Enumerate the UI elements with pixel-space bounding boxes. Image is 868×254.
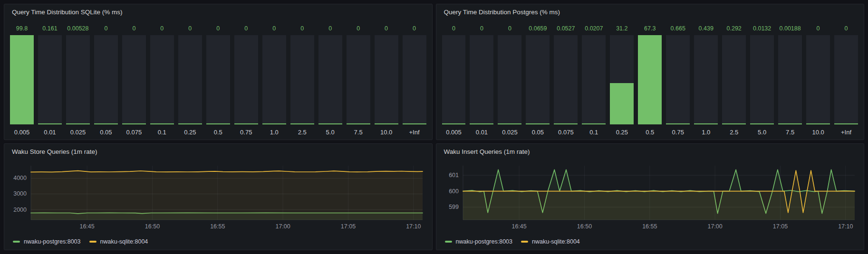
panel-waku-insert-queries: Waku Insert Queries (1m rate) 16:4516:50… <box>436 143 865 250</box>
bar-value-label: 31.2 <box>610 18 634 35</box>
panel-title-query-time-postgres[interactable]: Query Time Distribution Postgres (% ms) <box>444 8 859 17</box>
legend-label: nwaku-postgres:8003 <box>456 238 513 245</box>
bar-track <box>722 35 746 124</box>
bar-value-label: 0 <box>347 18 370 35</box>
histogram-bar-0.01: 00.01 <box>470 18 493 136</box>
series-line-nwaku-sqlite:8004 <box>31 171 423 172</box>
x-tick-label: 17:10 <box>838 223 853 230</box>
histogram-bar-0.5: 67.30.5 <box>638 18 662 136</box>
legend-item-nwaku-sqlite[interactable]: nwaku-sqlite:8004 <box>521 238 580 245</box>
legend-label: nwaku-sqlite:8004 <box>100 238 148 245</box>
bar-value-label: 0 <box>178 18 202 35</box>
series-fill-nwaku-sqlite:8004 <box>31 171 423 220</box>
x-tick-label: 17:00 <box>707 223 722 230</box>
x-tick-label: 16:50 <box>577 223 591 230</box>
bar-category-label: 0.05 <box>526 124 550 136</box>
bar-category-label: 0.075 <box>122 124 146 136</box>
bar-category-label: 5.0 <box>750 124 774 136</box>
bar-value-label: 0 <box>262 18 286 35</box>
panel-title-query-time-sqlite[interactable]: Query Time Distribution SQLite (% ms) <box>12 8 427 17</box>
bar-category-label: 1.0 <box>694 124 718 136</box>
bar-track <box>290 35 314 124</box>
bar-track <box>806 35 830 124</box>
timeseries-plot: 16:4516:5016:5517:0017:0517:102000300040… <box>9 157 424 232</box>
bar-category-label: 0.01 <box>470 124 493 136</box>
histogram-bar-0.25: 31.20.25 <box>610 18 634 136</box>
histogram-postgres: 00.00500.0100.0250.06590.050.05270.0750.… <box>441 18 859 136</box>
bar-fill <box>150 123 174 124</box>
panel-title-waku-store-queries[interactable]: Waku Store Queries (1m rate) <box>12 148 427 156</box>
bar-fill <box>722 123 746 124</box>
legend-item-nwaku-postgres[interactable]: nwaku-postgres:8003 <box>13 238 81 245</box>
histogram-bar-5.0: 0.01325.0 <box>750 18 774 136</box>
histogram-bar-1.0: 01.0 <box>262 18 286 136</box>
panel-query-time-sqlite: Query Time Distribution SQLite (% ms) 99… <box>4 4 433 140</box>
bar-fill <box>526 123 550 124</box>
histogram-bar-2.5: 02.5 <box>290 18 314 136</box>
panel-title-waku-insert-queries[interactable]: Waku Insert Queries (1m rate) <box>444 148 859 156</box>
bar-fill <box>694 123 718 124</box>
bar-category-label: 1.0 <box>262 124 286 136</box>
bar-value-label: 99.8 <box>10 18 34 35</box>
bar-track <box>10 35 34 124</box>
x-tick-label: 16:45 <box>511 223 526 230</box>
histogram-bar-0.75: 00.75 <box>234 18 258 136</box>
bar-category-label: 0.5 <box>206 124 230 136</box>
bar-track <box>122 35 146 124</box>
bar-category-label: 2.5 <box>722 124 746 136</box>
histogram-bar-2.5: 0.2922.5 <box>722 18 746 136</box>
histogram-bar-+Inf: 0+Inf <box>834 18 858 136</box>
x-tick-label: 17:00 <box>275 223 290 230</box>
legend-insert-queries: nwaku-postgres:8003 nwaku-sqlite:8004 <box>441 237 859 246</box>
bar-fill <box>178 123 202 124</box>
legend-item-nwaku-sqlite[interactable]: nwaku-sqlite:8004 <box>89 238 148 245</box>
bar-fill <box>375 123 398 124</box>
legend-swatch-green <box>13 241 20 243</box>
bar-category-label: 2.5 <box>290 124 314 136</box>
bar-value-label: 0.161 <box>38 18 62 35</box>
bar-fill <box>347 123 370 124</box>
histogram-bar-0.005: 00.005 <box>442 18 466 136</box>
bar-fill <box>318 123 342 124</box>
x-tick-label: 17:05 <box>341 223 356 230</box>
bar-track <box>778 35 802 124</box>
y-tick-label: 599 <box>449 204 459 210</box>
bar-fill <box>442 123 466 124</box>
legend-label: nwaku-sqlite:8004 <box>532 238 580 245</box>
bar-category-label: 10.0 <box>375 124 398 136</box>
x-tick-label: 16:50 <box>145 223 160 230</box>
bar-track <box>206 35 230 124</box>
bar-category-label: 0.25 <box>178 124 202 136</box>
bar-category-label: 10.0 <box>806 124 830 136</box>
bar-category-label: 0.25 <box>610 124 634 136</box>
y-tick-label: 600 <box>449 188 459 195</box>
bar-value-label: 0 <box>290 18 314 35</box>
bar-fill <box>66 123 90 124</box>
bar-track <box>375 35 398 124</box>
bar-track <box>66 35 90 124</box>
bar-track <box>150 35 174 124</box>
bar-value-label: 0 <box>94 18 118 35</box>
bar-track <box>442 35 466 124</box>
legend-label: nwaku-postgres:8003 <box>24 238 81 245</box>
legend-swatch-green <box>445 241 452 243</box>
bar-track <box>526 35 550 124</box>
histogram-bar-0.05: 00.05 <box>94 18 118 136</box>
histogram-bar-0.1: 0.02070.1 <box>582 18 606 136</box>
histogram-bar-10.0: 010.0 <box>806 18 830 136</box>
bar-value-label: 0.439 <box>694 18 718 35</box>
bar-value-label: 0.665 <box>666 18 690 35</box>
bar-track <box>498 35 521 124</box>
x-tick-label: 16:55 <box>642 223 657 230</box>
legend-item-nwaku-postgres[interactable]: nwaku-postgres:8003 <box>445 238 513 245</box>
x-tick-label: 17:05 <box>772 223 787 230</box>
bar-fill <box>498 123 521 124</box>
panel-waku-store-queries: Waku Store Queries (1m rate) 16:4516:501… <box>4 143 433 250</box>
bar-category-label: 0.1 <box>150 124 174 136</box>
bar-value-label: 0.0659 <box>526 18 550 35</box>
bar-track <box>38 35 62 124</box>
bar-value-label: 0.00528 <box>66 18 90 35</box>
bar-value-label: 0 <box>206 18 230 35</box>
bar-track <box>554 35 578 124</box>
bar-category-label: 7.5 <box>347 124 370 136</box>
